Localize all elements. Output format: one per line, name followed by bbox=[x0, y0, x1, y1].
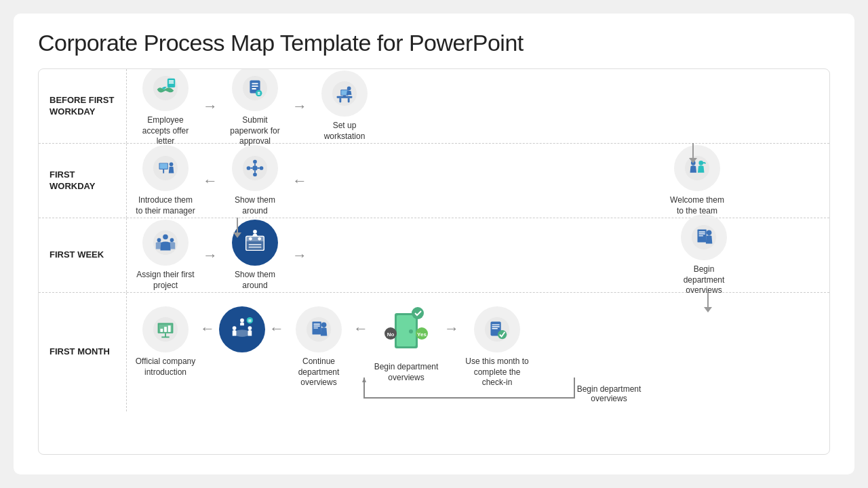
step-handshake: Employee accepts offer letter bbox=[135, 68, 196, 147]
svg-rect-7 bbox=[252, 85, 258, 87]
network-icon bbox=[242, 155, 268, 181]
arrow-1-1: → bbox=[203, 98, 218, 115]
down-arrow-1 bbox=[689, 158, 697, 163]
step-show-around-1: Show them around bbox=[224, 145, 285, 216]
connector-down-1 bbox=[692, 143, 694, 158]
icon-circle-checkdoc bbox=[474, 306, 520, 352]
row-content-before-first-workday: Employee accepts offer letter → bbox=[127, 69, 829, 143]
svg-point-65 bbox=[233, 326, 237, 330]
slide: Corporate Process Map Template for Power… bbox=[14, 14, 854, 474]
arrow-3-1: → bbox=[203, 247, 218, 264]
icon-circle-welcome bbox=[674, 145, 720, 191]
row-content-first-week: Assign their first project → bbox=[127, 218, 829, 292]
svg-rect-75 bbox=[313, 325, 320, 326]
svg-point-80 bbox=[409, 329, 413, 333]
row-first-week: FIRST WEEK bbox=[39, 218, 829, 293]
svg-rect-61 bbox=[168, 325, 171, 332]
vertical-line-3 bbox=[707, 292, 709, 307]
down-arrow-3 bbox=[704, 307, 712, 312]
step-submit-paperwork: Submit paperwork for approval bbox=[224, 68, 285, 147]
step-company-intro: Official company introduction bbox=[135, 306, 196, 378]
svg-point-26 bbox=[252, 165, 258, 171]
down-arrow-2 bbox=[233, 232, 241, 238]
svg-point-45 bbox=[249, 237, 252, 241]
svg-point-64 bbox=[240, 319, 244, 323]
loop-arrow-svg bbox=[357, 374, 588, 408]
decision-container: No Yes bbox=[376, 306, 437, 361]
row-content-first-month: Official company introduction ← bbox=[127, 293, 829, 411]
step-meeting bbox=[219, 306, 265, 357]
icon-circle-handshake bbox=[142, 68, 189, 111]
svg-rect-18 bbox=[343, 96, 346, 97]
svg-text:Yes: Yes bbox=[417, 331, 427, 338]
connector-down-3 bbox=[707, 292, 709, 307]
svg-point-67 bbox=[235, 330, 250, 337]
icon-circle-checklist bbox=[296, 306, 342, 352]
svg-point-39 bbox=[163, 235, 168, 240]
svg-rect-89 bbox=[492, 326, 499, 327]
svg-point-9 bbox=[256, 90, 262, 97]
svg-rect-8 bbox=[252, 88, 256, 89]
row-before-first-workday: BEFORE FIRST WORKDAY bbox=[39, 69, 829, 144]
svg-rect-52 bbox=[698, 232, 705, 232]
step-label-welcome-team: Welcome them to the team bbox=[667, 195, 728, 216]
step-label-company-intro: Official company introduction bbox=[135, 357, 196, 378]
svg-rect-44 bbox=[246, 236, 264, 241]
svg-rect-90 bbox=[492, 328, 498, 329]
welcome-icon bbox=[684, 155, 710, 181]
svg-rect-76 bbox=[313, 327, 318, 328]
presentation-icon bbox=[153, 317, 178, 342]
svg-rect-69 bbox=[248, 319, 252, 323]
checklist-icon bbox=[306, 317, 332, 342]
svg-rect-53 bbox=[698, 233, 705, 234]
svg-rect-3 bbox=[169, 83, 174, 84]
svg-point-55 bbox=[707, 230, 712, 236]
svg-rect-15 bbox=[348, 98, 350, 103]
step-label-submit-paperwork: Submit paperwork for approval bbox=[224, 115, 285, 147]
svg-rect-10 bbox=[258, 92, 260, 93]
svg-rect-70 bbox=[249, 320, 252, 321]
row-label-before-first-workday: BEFORE FIRST WORKDAY bbox=[39, 69, 127, 143]
checkdoc-icon bbox=[484, 317, 510, 342]
document-icon bbox=[242, 75, 268, 101]
svg-point-30 bbox=[253, 173, 257, 177]
step-label-introduce-manager: Introduce them to their manager bbox=[135, 195, 196, 216]
vertical-line-2 bbox=[237, 218, 238, 232]
icon-circle-network bbox=[232, 145, 278, 191]
page-title: Corporate Process Map Template for Power… bbox=[38, 30, 830, 56]
connector-down-2 bbox=[237, 218, 238, 232]
arrow-4-1: ← bbox=[200, 320, 215, 338]
step-label-show-around-week: Show them around bbox=[224, 270, 285, 291]
arrow-3-2: → bbox=[292, 247, 307, 264]
svg-rect-14 bbox=[339, 98, 341, 103]
arrow-4-yes: → bbox=[444, 320, 459, 338]
svg-point-41 bbox=[170, 238, 174, 242]
process-map: BEFORE FIRST WORKDAY bbox=[38, 68, 830, 455]
step-label-setup-workstation: Set up workstation bbox=[314, 121, 375, 142]
svg-rect-2 bbox=[169, 81, 174, 82]
svg-rect-47 bbox=[249, 244, 262, 245]
icon-circle-document bbox=[232, 68, 278, 111]
handshake-icon bbox=[153, 75, 178, 101]
icon-circle-showaround bbox=[232, 220, 278, 266]
workstation-icon bbox=[332, 81, 357, 106]
row-label-first-month: FIRST MONTH bbox=[39, 293, 127, 411]
svg-point-81 bbox=[412, 307, 424, 319]
step-introduce-manager: Introduce them to their manager bbox=[135, 145, 196, 216]
step-dept-overviews-week: Begin department overviews bbox=[673, 214, 734, 296]
svg-point-46 bbox=[258, 237, 261, 241]
icon-circle-project bbox=[142, 220, 189, 266]
step-label-continue-dept: Continue department overviews bbox=[288, 357, 349, 388]
step-label-show-around-1: Show them around bbox=[224, 195, 285, 216]
step-decision: No Yes Begin department overviews bbox=[372, 306, 440, 383]
svg-rect-6 bbox=[252, 83, 258, 85]
label-begin-dept-overviews: Begin department overviews bbox=[565, 384, 653, 403]
decision-icon: No Yes bbox=[376, 306, 437, 361]
svg-rect-60 bbox=[164, 327, 167, 332]
step-label-assign-project: Assign their first project bbox=[135, 270, 196, 291]
svg-rect-59 bbox=[160, 329, 163, 332]
svg-rect-54 bbox=[698, 235, 703, 236]
arrow-1-2: → bbox=[292, 98, 307, 115]
icon-circle-workstation bbox=[321, 70, 368, 117]
svg-rect-11 bbox=[258, 94, 260, 94]
